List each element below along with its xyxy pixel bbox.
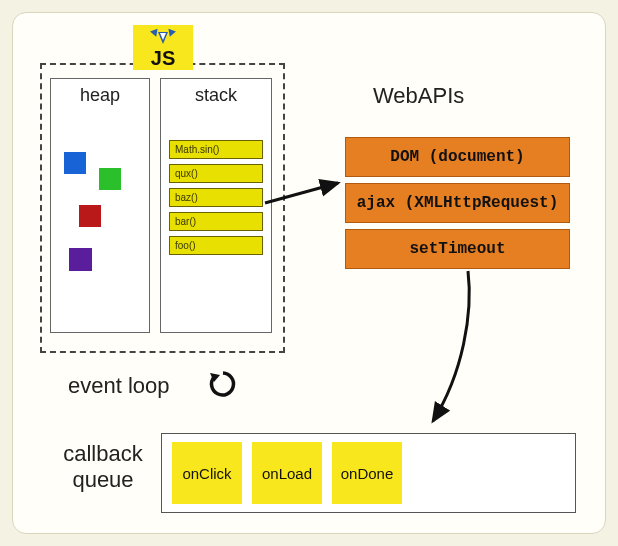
diagram-canvas: JS heap stack Math.sin() qux() baz() bar… [12, 12, 606, 534]
stack-frame: bar() [169, 212, 263, 231]
callback-item: onLoad [252, 442, 322, 504]
webapi-item: setTimeout [345, 229, 570, 269]
stack-frame: baz() [169, 188, 263, 207]
webapi-item: DOM (document) [345, 137, 570, 177]
callback-queue-box: onClick onLoad onDone [161, 433, 576, 513]
stack-frame: qux() [169, 164, 263, 183]
stack-body: Math.sin() qux() baz() bar() foo() [161, 110, 271, 261]
callback-item: onClick [172, 442, 242, 504]
heap-body [51, 110, 149, 325]
heap-object [79, 205, 101, 227]
js-logo-text: JS [151, 48, 175, 68]
webapi-item: ajax (XMLHttpRequest) [345, 183, 570, 223]
webapis-title: WebAPIs [373, 83, 464, 109]
event-loop-icon [208, 369, 238, 399]
v8-icon [153, 30, 173, 46]
heap-box: heap [50, 78, 150, 333]
stack-frame: foo() [169, 236, 263, 255]
heap-object [99, 168, 121, 190]
heap-object [64, 152, 86, 174]
callback-item: onDone [332, 442, 402, 504]
stack-frame: Math.sin() [169, 140, 263, 159]
stack-title: stack [161, 79, 271, 110]
stack-box: stack Math.sin() qux() baz() bar() foo() [160, 78, 272, 333]
event-loop-label: event loop [68, 373, 170, 399]
callback-queue-label: callback queue [53, 441, 153, 494]
heap-title: heap [51, 79, 149, 110]
js-logo: JS [133, 25, 193, 70]
heap-object [69, 248, 92, 271]
